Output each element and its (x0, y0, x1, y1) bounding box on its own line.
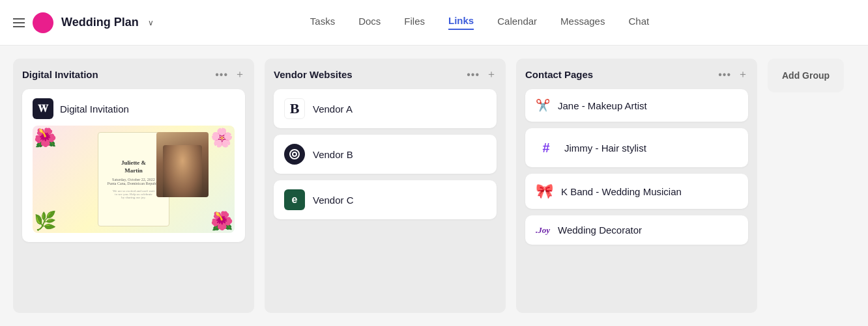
icon-vendor-b (284, 144, 305, 165)
card-label-jane: Jane - Makeup Artist (558, 100, 647, 111)
invitation-date: Saturday, October 22, 2022Punta Cana, Do… (108, 178, 160, 185)
invitation-photo (156, 132, 209, 197)
card-wedding-decorator[interactable]: .Joy Wedding Decorator (525, 215, 748, 245)
hash-icon: # (536, 137, 557, 158)
card-label-digital-invitation: Digital Invitation (60, 103, 129, 115)
column-add-icon-vw[interactable]: ＋ (486, 68, 497, 81)
column-more-options[interactable]: ••• (215, 69, 228, 81)
column-header-digital-invitation: Digital Invitation ••• ＋ (22, 68, 245, 81)
bow-icon: 🎀 (536, 183, 553, 200)
flower-bl-icon: 🌿 (34, 210, 57, 232)
card-label-wedding-decorator: Wedding Decorator (558, 224, 642, 236)
card-label-vendor-a: Vendor A (313, 103, 353, 115)
card-digital-invitation[interactable]: 𝐖 Digital Invitation 🌺 🌸 🌿 🌺 Juliette &M… (22, 89, 245, 242)
column-actions-contact-pages: ••• ＋ (718, 68, 748, 81)
joy-icon: .Joy (536, 225, 550, 236)
card-label-vendor-b: Vendor B (313, 149, 353, 160)
flower-tr-icon: 🌸 (210, 127, 233, 148)
chevron-down-icon[interactable]: ∨ (148, 18, 154, 27)
card-vendor-b[interactable]: Vendor B (274, 135, 497, 174)
column-more-options-vw[interactable]: ••• (467, 69, 480, 81)
card-vendor-a[interactable]: B Vendor A (274, 89, 497, 128)
invitation-body: We are so excited and can't waitto see y… (113, 189, 154, 199)
column-contact-pages: Contact Pages ••• ＋ ✂️ Jane - Makeup Art… (516, 59, 757, 313)
nav-messages[interactable]: Messages (560, 16, 605, 29)
app-header: Wedding Plan ∨ Tasks Docs Files Links Ca… (0, 0, 868, 46)
nav-docs[interactable]: Docs (358, 16, 381, 29)
header-left: Wedding Plan ∨ (13, 12, 156, 33)
column-title-contact-pages: Contact Pages (525, 69, 593, 80)
project-name: Wedding Plan (61, 16, 139, 29)
flower-br-icon: 🌺 (210, 210, 233, 232)
add-group-button[interactable]: Add Group (768, 59, 844, 92)
column-more-options-cp[interactable]: ••• (718, 69, 731, 81)
column-add-icon-cp[interactable]: ＋ (738, 68, 748, 81)
icon-vendor-a: B (284, 98, 305, 119)
column-digital-invitation: Digital Invitation ••• ＋ 𝐖 Digital Invit… (13, 59, 254, 313)
flower-tl-icon: 🌺 (34, 127, 57, 148)
card-label-kband: K Band - Wedding Musician (561, 186, 682, 197)
card-jimmy[interactable]: # Jimmy - Hair stylist (525, 128, 748, 167)
card-label-vendor-c: Vendor C (313, 195, 354, 206)
column-title-vendor-websites: Vendor Websites (274, 69, 353, 80)
main-content: Digital Invitation ••• ＋ 𝐖 Digital Invit… (0, 46, 868, 326)
nav-tasks[interactable]: Tasks (310, 16, 335, 29)
icon-w: 𝐖 (33, 98, 53, 119)
hamburger-icon[interactable] (13, 18, 25, 27)
nav-links[interactable]: Links (448, 15, 474, 30)
column-header-contact-pages: Contact Pages ••• ＋ (525, 68, 748, 81)
scissors-icon: ✂️ (536, 98, 550, 113)
project-logo (33, 12, 53, 33)
card-kband[interactable]: 🎀 K Band - Wedding Musician (525, 174, 748, 209)
column-actions-vendor-websites: ••• ＋ (467, 68, 497, 81)
main-nav: Tasks Docs Files Links Calendar Messages… (156, 15, 803, 30)
nav-calendar[interactable]: Calendar (497, 16, 537, 29)
photo-person (163, 145, 202, 197)
column-add-icon[interactable]: ＋ (235, 68, 245, 81)
icon-vendor-c: e (284, 189, 305, 210)
column-header-vendor-websites: Vendor Websites ••• ＋ (274, 68, 497, 81)
svg-point-1 (293, 152, 297, 156)
card-vendor-c[interactable]: e Vendor C (274, 180, 497, 219)
card-large-header: 𝐖 Digital Invitation (33, 98, 235, 119)
nav-files[interactable]: Files (404, 16, 425, 29)
svg-point-0 (290, 150, 299, 159)
invitation-names: Juliette &Martin (121, 159, 146, 174)
card-label-jimmy: Jimmy - Hair stylist (564, 143, 646, 154)
nav-chat[interactable]: Chat (628, 16, 649, 29)
column-title-digital-invitation: Digital Invitation (22, 69, 98, 80)
column-vendor-websites: Vendor Websites ••• ＋ B Vendor A Vendor … (265, 59, 506, 313)
invitation-image: 🌺 🌸 🌿 🌺 Juliette &Martin Saturday, Octob… (33, 126, 235, 233)
column-actions-digital-invitation: ••• ＋ (215, 68, 245, 81)
card-jane[interactable]: ✂️ Jane - Makeup Artist (525, 89, 748, 122)
